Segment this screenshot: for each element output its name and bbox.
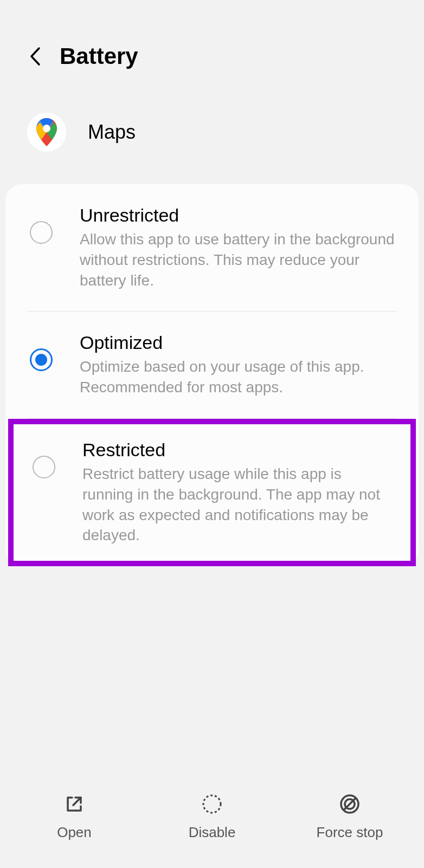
app-name: Maps [88,121,136,144]
radio-unrestricted[interactable] [30,221,53,244]
option-title: Unrestricted [80,205,397,226]
options-card: Unrestricted Allow this app to use batte… [5,184,419,566]
open-button[interactable]: Open [5,793,143,841]
option-title: Optimized [80,332,397,353]
option-title: Restricted [82,439,394,461]
option-unrestricted[interactable]: Unrestricted Allow this app to use batte… [5,184,419,311]
option-restricted[interactable]: Restricted Restrict battery usage while … [8,419,416,566]
option-desc: Optimize based on your usage of this app… [80,357,397,398]
force-stop-button[interactable]: Force stop [281,793,419,841]
open-icon [63,793,86,815]
page-title: Battery [60,43,138,69]
force-stop-icon [338,793,361,815]
svg-point-0 [43,125,50,132]
option-desc: Allow this app to use battery in the bac… [80,229,397,290]
option-desc: Restrict battery usage while this app is… [82,464,394,546]
radio-optimized[interactable] [30,348,53,371]
disable-icon [201,793,223,815]
svg-point-1 [203,795,221,813]
option-optimized[interactable]: Optimized Optimize based on your usage o… [5,312,419,418]
open-label: Open [57,824,92,841]
back-icon[interactable] [27,46,43,67]
disable-label: Disable [189,824,236,841]
app-info: Maps [0,86,424,184]
bottom-bar: Open Disable Force stop [0,771,424,868]
maps-app-icon [27,113,66,152]
force-stop-label: Force stop [317,824,383,841]
header: Battery [0,0,424,86]
radio-restricted[interactable] [33,456,55,478]
disable-button[interactable]: Disable [143,793,281,841]
